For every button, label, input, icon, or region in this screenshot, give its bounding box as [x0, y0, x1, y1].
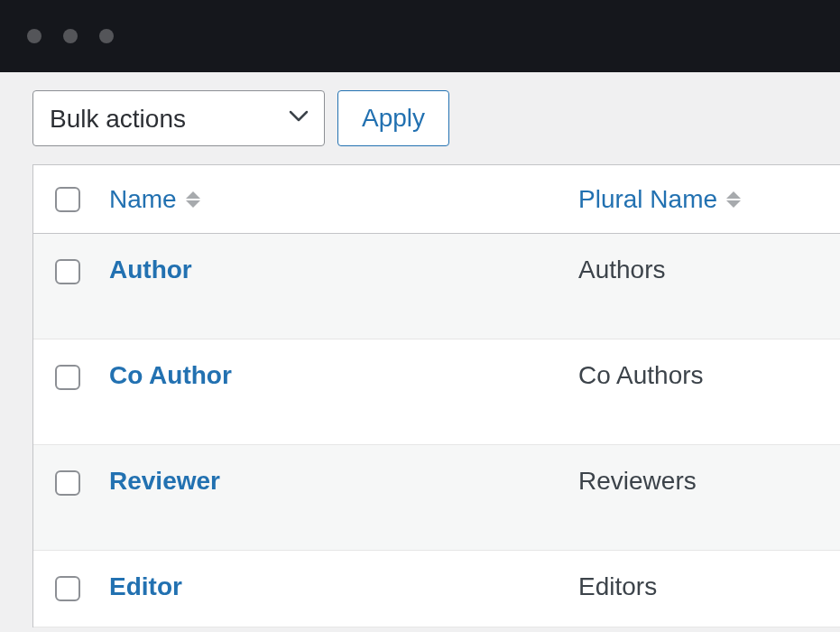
select-all-checkbox[interactable]	[55, 187, 80, 212]
column-name-label: Name	[109, 185, 177, 214]
row-plural-text: Reviewers	[578, 467, 697, 496]
column-plural-label: Plural Name	[578, 185, 717, 214]
window-titlebar	[0, 0, 840, 72]
table-header: Name Plural Name	[33, 165, 840, 234]
row-title-link[interactable]: Author	[109, 256, 192, 284]
window-maximize-dot[interactable]	[99, 29, 114, 43]
table-row: Co Author Co Authors	[33, 339, 840, 445]
row-plural-text: Authors	[578, 256, 666, 284]
bulk-actions-select-wrap: Bulk actions	[32, 90, 325, 146]
row-title-link[interactable]: Editor	[109, 572, 182, 601]
row-plural-text: Editors	[578, 572, 657, 601]
column-header-plural: Plural Name	[578, 185, 819, 214]
table-row: Author Authors	[33, 234, 840, 339]
window-minimize-dot[interactable]	[63, 29, 78, 43]
sort-icon	[726, 191, 741, 208]
row-checkbox[interactable]	[55, 259, 80, 284]
items-table: Name Plural Name Autho	[32, 164, 840, 627]
sort-by-plural[interactable]: Plural Name	[578, 185, 741, 214]
sort-by-name[interactable]: Name	[109, 185, 200, 214]
row-title-link[interactable]: Co Author	[109, 361, 232, 390]
column-header-name: Name	[109, 185, 578, 214]
row-checkbox[interactable]	[55, 365, 80, 390]
row-title-link[interactable]: Reviewer	[109, 467, 220, 496]
table-row: Editor Editors	[33, 551, 840, 627]
content-area: Bulk actions Apply Name	[0, 72, 840, 627]
row-plural-text: Co Authors	[578, 361, 704, 390]
row-checkbox[interactable]	[55, 576, 80, 601]
row-checkbox[interactable]	[55, 470, 80, 496]
column-checkbox	[55, 187, 109, 212]
bulk-actions-select[interactable]: Bulk actions	[32, 90, 325, 146]
apply-button[interactable]: Apply	[337, 90, 449, 146]
bulk-actions-toolbar: Bulk actions Apply	[32, 90, 840, 146]
window-close-dot[interactable]	[27, 29, 42, 43]
table-row: Reviewer Reviewers	[33, 445, 840, 551]
sort-icon	[186, 191, 200, 208]
